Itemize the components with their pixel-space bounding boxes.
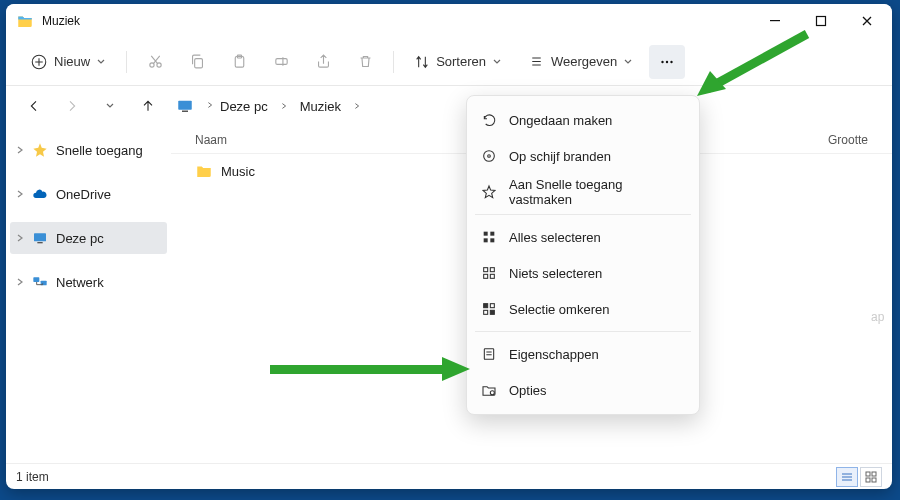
chevron-down-icon [96, 57, 106, 67]
menu-pin-quick-access[interactable]: Aan Snelle toegang vastmaken [467, 174, 699, 210]
menu-options[interactable]: Opties [467, 372, 699, 408]
svg-rect-30 [484, 274, 488, 278]
svg-rect-27 [490, 238, 494, 242]
list-icon [528, 53, 545, 70]
svg-rect-34 [484, 310, 488, 314]
svg-rect-0 [770, 20, 780, 21]
svg-rect-28 [484, 268, 488, 272]
svg-rect-21 [872, 478, 876, 482]
menu-burn-disc[interactable]: Op schijf branden [467, 138, 699, 174]
share-icon [315, 53, 332, 70]
svg-rect-31 [490, 274, 494, 278]
chevron-right-icon[interactable] [14, 144, 26, 156]
copy-button[interactable] [179, 45, 215, 79]
svg-rect-36 [484, 349, 493, 360]
more-button[interactable] [649, 45, 685, 79]
svg-rect-35 [490, 310, 494, 314]
truncated-text: ap [871, 310, 884, 324]
status-bar: 1 item [6, 463, 892, 489]
menu-separator [475, 331, 691, 332]
svg-rect-1 [817, 17, 826, 26]
svg-rect-19 [872, 472, 876, 476]
breadcrumb-root[interactable]: Deze pc [200, 95, 274, 118]
svg-rect-15 [37, 242, 42, 243]
up-button[interactable] [134, 92, 162, 120]
sidebar-item-this-pc[interactable]: Deze pc [10, 222, 167, 254]
share-button[interactable] [305, 45, 341, 79]
svg-rect-8 [275, 59, 286, 65]
svg-rect-33 [490, 304, 494, 308]
copy-icon [189, 53, 206, 70]
chevron-right-icon [353, 102, 361, 110]
delete-button[interactable] [347, 45, 383, 79]
recent-button[interactable] [96, 92, 124, 120]
select-all-icon [481, 229, 497, 245]
more-icon [658, 53, 676, 71]
menu-invert-selection[interactable]: Selectie omkeren [467, 291, 699, 327]
details-view-toggle[interactable] [836, 467, 858, 487]
delete-icon [357, 53, 374, 70]
new-button[interactable]: Nieuw [20, 45, 116, 79]
star-outline-icon [481, 184, 497, 200]
svg-rect-25 [490, 232, 494, 236]
folder-icon [195, 162, 213, 180]
cloud-icon [32, 186, 48, 202]
svg-point-23 [488, 155, 491, 158]
column-header-name[interactable]: Naam [195, 133, 435, 147]
navigation-pane: Snelle toegang OneDrive Deze pc Netwerk [6, 126, 171, 463]
chevron-down-icon [623, 57, 633, 67]
svg-point-10 [666, 60, 668, 62]
svg-rect-29 [490, 268, 494, 272]
thumbnails-view-toggle[interactable] [860, 467, 882, 487]
breadcrumb-folder[interactable]: Muziek [294, 95, 347, 118]
column-header-size[interactable]: Grootte [828, 133, 868, 147]
close-button[interactable] [844, 4, 890, 38]
svg-rect-20 [866, 478, 870, 482]
svg-point-37 [490, 391, 494, 395]
plus-circle-icon [30, 53, 48, 71]
back-button[interactable] [20, 92, 48, 120]
disc-icon [481, 148, 497, 164]
undo-icon [481, 112, 497, 128]
chevron-down-icon [492, 57, 502, 67]
svg-rect-32 [484, 304, 488, 308]
separator [126, 51, 127, 73]
svg-rect-12 [178, 101, 192, 110]
menu-select-all[interactable]: Alles selecteren [467, 219, 699, 255]
paste-button[interactable] [221, 45, 257, 79]
select-invert-icon [481, 301, 497, 317]
annotation-arrow [692, 29, 812, 109]
rename-button[interactable] [263, 45, 299, 79]
monitor-icon [32, 230, 48, 246]
svg-rect-13 [182, 111, 188, 113]
view-button[interactable]: Weergeven [518, 45, 643, 79]
chevron-right-icon[interactable] [14, 276, 26, 288]
menu-select-none[interactable]: Niets selecteren [467, 255, 699, 291]
svg-rect-38 [270, 365, 446, 374]
sort-label: Sorteren [436, 54, 486, 69]
menu-separator [475, 214, 691, 215]
sidebar-item-quick-access[interactable]: Snelle toegang [10, 134, 167, 166]
cut-icon [147, 53, 164, 70]
sidebar-item-network[interactable]: Netwerk [10, 266, 167, 298]
chevron-right-icon [280, 102, 288, 110]
body: Snelle toegang OneDrive Deze pc Netwerk [6, 126, 892, 463]
menu-properties[interactable]: Eigenschappen [467, 336, 699, 372]
svg-rect-18 [866, 472, 870, 476]
chevron-right-icon[interactable] [14, 232, 26, 244]
menu-undo[interactable]: Ongedaan maken [467, 102, 699, 138]
sort-button[interactable]: Sorteren [404, 45, 512, 79]
window-icon [16, 12, 34, 30]
sidebar-item-onedrive[interactable]: OneDrive [10, 178, 167, 210]
select-none-icon [481, 265, 497, 281]
chevron-right-icon[interactable] [14, 188, 26, 200]
svg-point-22 [484, 151, 495, 162]
paste-icon [231, 53, 248, 70]
svg-rect-26 [484, 238, 488, 242]
separator [393, 51, 394, 73]
forward-button[interactable] [58, 92, 86, 120]
svg-rect-5 [194, 59, 202, 68]
cut-button[interactable] [137, 45, 173, 79]
sort-icon [414, 54, 430, 70]
network-icon [32, 274, 48, 290]
